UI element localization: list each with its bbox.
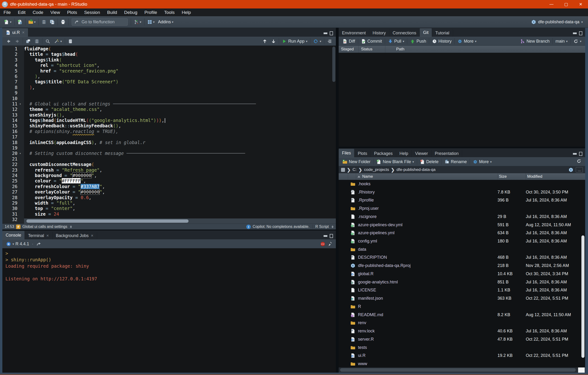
menu-tools[interactable]: Tools	[161, 9, 178, 16]
new-project-button[interactable]: R	[16, 17, 24, 26]
maximize-pane-icon[interactable]	[330, 31, 333, 35]
file-name[interactable]: README.md	[356, 312, 497, 317]
menu-file[interactable]: File	[0, 9, 14, 16]
file-name[interactable]: .rscignore	[356, 214, 497, 219]
file-name[interactable]: azure-pipelines-dev.yml	[356, 223, 497, 227]
git-column-path[interactable]: Path	[385, 46, 407, 53]
menu-view[interactable]: View	[47, 9, 64, 16]
pull-button[interactable]: Pull▾	[386, 38, 406, 45]
file-row[interactable]: google-analytics.html851 BJul 16, 2024, …	[339, 278, 585, 286]
file-name[interactable]: .hooks	[356, 182, 497, 186]
maximize-pane-icon[interactable]	[579, 152, 582, 156]
addins-button[interactable]: Addins▾	[156, 17, 175, 26]
file-row[interactable]: Rserver.R47.8 KBOct 22, 2024, 5:51 PM	[339, 335, 585, 344]
more-path-button[interactable]: ...	[576, 167, 583, 172]
files-refresh-icon[interactable]	[577, 159, 581, 164]
more-button[interactable]: More▾	[456, 38, 478, 45]
diff-button[interactable]: Diff	[341, 38, 357, 45]
save-button[interactable]	[40, 17, 48, 26]
code-editor[interactable]: 1fluidPage(2 title = tags$head(3 tags$li…	[2, 46, 336, 224]
commit-button[interactable]: Commit	[359, 38, 384, 45]
file-name[interactable]: server.R	[356, 337, 497, 342]
menu-code[interactable]: Code	[29, 9, 47, 16]
console-working-dir-button[interactable]	[34, 240, 43, 247]
file-row[interactable]: tests	[339, 344, 585, 352]
tab-presentation[interactable]: Presentation	[431, 150, 462, 157]
code-tools-button[interactable]: ▾	[52, 38, 64, 45]
rename-button[interactable]: Rename	[443, 158, 469, 165]
file-row[interactable]: .Rproj.user	[339, 204, 585, 213]
tab-git[interactable]: Git	[420, 28, 432, 37]
file-row[interactable]: R	[339, 303, 585, 311]
minimize-pane-icon[interactable]	[324, 32, 327, 34]
version-control-button[interactable]: ▾	[132, 17, 143, 26]
file-row[interactable]: .Rprofile396 BJul 16, 2024, 8:36 AM	[339, 196, 585, 204]
file-name[interactable]: R	[356, 304, 497, 309]
project-selector[interactable]: R dfe-published-data-qa ▾	[531, 20, 586, 24]
run-previous-button[interactable]	[260, 38, 269, 45]
menu-build[interactable]: Build	[104, 9, 121, 16]
file-row[interactable]: JSmanifest.json363 KBOct 22, 2024, 5:51 …	[339, 294, 585, 303]
file-name[interactable]: config.yml	[356, 239, 497, 244]
tab-tutorial[interactable]: Tutorial	[432, 29, 453, 37]
clear-console-broom-icon[interactable]	[328, 242, 333, 246]
close-tab-icon[interactable]: ✕	[22, 30, 25, 34]
delete-button[interactable]: Delete	[418, 158, 441, 165]
console-tab-console[interactable]: Console	[2, 231, 25, 239]
goto-file-input[interactable]	[81, 19, 122, 25]
file-name[interactable]: azure-pipelines.yml	[356, 231, 497, 235]
new-folder-button[interactable]: New Folder	[341, 158, 372, 165]
file-name[interactable]: manifest.json	[356, 296, 497, 301]
git-column-status[interactable]: Status	[359, 46, 385, 53]
console-tab-background-jobs[interactable]: Background Jobs✕	[52, 232, 97, 239]
file-row[interactable]: renv.lock40.6 KBJul 16, 2024, 8:36 AM	[339, 327, 585, 335]
file-name[interactable]: www	[356, 361, 497, 366]
rerun-button[interactable]: ▾	[311, 38, 323, 45]
file-row[interactable]: Rdfe-published-data-qa.Rproj218 BNov 28,…	[339, 262, 585, 270]
file-name[interactable]: tests	[356, 345, 497, 350]
breadcrumb-segment[interactable]: code_projects	[364, 167, 389, 172]
console-tab-terminal[interactable]: Terminal✕	[25, 232, 52, 239]
file-name[interactable]: data	[356, 247, 497, 252]
menu-edit[interactable]: Edit	[14, 9, 29, 16]
file-row[interactable]: www	[339, 360, 585, 367]
r-version-selector[interactable]: R ▾ R 4.4.1	[4, 240, 31, 247]
file-name[interactable]: .Rproj.user	[356, 206, 497, 211]
tab-packages[interactable]: Packages	[371, 150, 396, 157]
file-row[interactable]: YMLconfig.yml180 BJul 16, 2024, 8:36 AM	[339, 237, 585, 245]
file-row[interactable]: Rglobal.R10.4 KBOct 30, 2024, 3:34 PM	[339, 270, 585, 278]
maximize-pane-icon[interactable]	[579, 31, 582, 35]
workspace-panes-button[interactable]: ▾	[146, 17, 157, 26]
git-refresh-button[interactable]: ▾	[571, 38, 583, 45]
tab-history[interactable]: History	[369, 29, 389, 37]
popout-button[interactable]	[24, 38, 32, 45]
close-tab-icon[interactable]: ✕	[91, 234, 94, 238]
push-button[interactable]: Push	[408, 38, 428, 45]
save-all-button[interactable]	[48, 17, 56, 26]
fold-arrow-icon[interactable]: ▾	[19, 151, 24, 156]
open-file-button[interactable]: ▾	[27, 17, 37, 26]
tab-ui-r[interactable]: R ui.R ✕	[2, 28, 28, 37]
file-row[interactable]: LICENSE1.1 KBJul 16, 2024, 8:36 AM	[339, 286, 585, 294]
close-button[interactable]: ✕	[573, 0, 588, 9]
new-branch-button[interactable]: New Branch	[518, 38, 551, 45]
file-row[interactable]: .rscignore29 BJul 16, 2024, 8:36 AM	[339, 213, 585, 221]
file-row[interactable]: Rui.R19.2 KBOct 22, 2024, 5:51 PM	[339, 352, 585, 360]
editor-horizontal-scrollbar[interactable]	[24, 218, 336, 224]
tab-environment[interactable]: Environment	[339, 29, 369, 37]
file-row[interactable]: renv	[339, 319, 585, 327]
breadcrumb-segment[interactable]: C:	[353, 167, 357, 172]
save-source-button[interactable]	[32, 38, 41, 45]
console-output[interactable]: >> shiny::runApp()Loading required packa…	[2, 248, 336, 373]
maximize-pane-icon[interactable]	[330, 234, 333, 238]
breadcrumb-segment[interactable]: dfe-published-data-qa	[397, 167, 436, 172]
print-button[interactable]	[59, 17, 67, 26]
fold-arrow-icon[interactable]: ▾	[19, 101, 24, 107]
menu-plots[interactable]: Plots	[64, 9, 81, 16]
minimize-pane-icon[interactable]	[573, 153, 577, 155]
forward-button[interactable]	[13, 38, 22, 45]
tab-connections[interactable]: Connections	[389, 29, 420, 37]
editor-vertical-scrollbar[interactable]	[332, 47, 335, 82]
run-next-button[interactable]	[269, 38, 278, 45]
git-file-list[interactable]	[339, 53, 585, 147]
